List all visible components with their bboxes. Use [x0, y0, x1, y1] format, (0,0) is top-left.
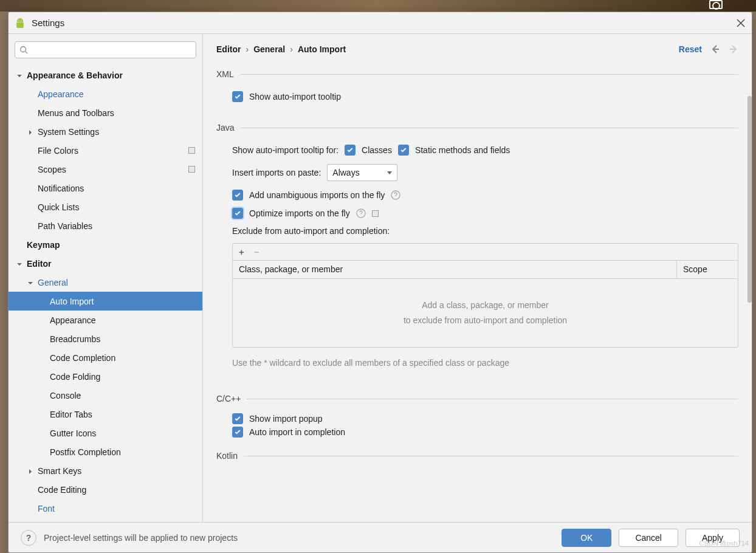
chevron-right-icon: › — [246, 44, 249, 54]
ok-button[interactable]: OK — [562, 529, 611, 547]
tree-item-code-editing[interactable]: Code Editing — [9, 480, 202, 499]
tree-item-label: Editor Tabs — [50, 410, 92, 419]
tree-item-label: Console — [50, 391, 81, 400]
section-kotlin-title: Kotlin — [216, 451, 238, 461]
exclude-empty-placeholder: Add a class, package, or member to exclu… — [233, 279, 738, 347]
label-optimize-imports: Optimize imports on the fly — [249, 208, 350, 218]
window-title: Settings — [32, 18, 64, 28]
tree-item-auto-import[interactable]: Auto Import — [9, 292, 202, 311]
tree-item-general[interactable]: General — [9, 273, 202, 292]
settings-tree[interactable]: Appearance & BehaviorAppearanceMenus and… — [9, 66, 202, 522]
watermark: CSDN @psh714 — [699, 540, 749, 547]
tree-item-label: Notifications — [38, 184, 84, 193]
chevron-down-icon — [16, 72, 23, 79]
content-header: Editor › General › Auto Import Reset — [203, 34, 752, 64]
tree-item-gutter-icons[interactable]: Gutter Icons — [9, 424, 202, 442]
tree-item-label: General — [38, 278, 68, 287]
label-static-methods: Static methods and fields — [415, 145, 510, 155]
tree-item-appearance-behavior[interactable]: Appearance & Behavior — [9, 66, 202, 84]
checkbox-add-unambiguous[interactable] — [232, 190, 243, 201]
tree-item-label: Appearance & Behavior — [27, 70, 123, 80]
tree-item-quick-lists[interactable]: Quick Lists — [9, 197, 202, 216]
tree-item-label: Code Editing — [38, 485, 86, 495]
search-icon — [19, 46, 28, 54]
tree-item-notifications[interactable]: Notifications — [9, 179, 202, 197]
column-scope: Scope — [677, 261, 738, 278]
tree-item-label: Menus and Toolbars — [38, 108, 114, 118]
chevron-right-icon — [27, 128, 34, 136]
tree-item-path-variables[interactable]: Path Variables — [9, 216, 202, 235]
section-xml-title: XML — [216, 69, 234, 79]
chevron-down-icon — [27, 279, 34, 286]
tree-item-console[interactable]: Console — [9, 386, 202, 405]
tree-item-label: Breadcrumbs — [50, 334, 100, 344]
camera-icon — [709, 0, 723, 9]
checkbox-optimize-imports[interactable] — [232, 208, 243, 219]
checkbox-auto-import-completion[interactable] — [232, 427, 243, 438]
tree-item-breadcrumbs[interactable]: Breadcrumbs — [9, 329, 202, 348]
close-icon[interactable] — [736, 18, 746, 28]
back-icon[interactable] — [710, 44, 720, 54]
svg-point-0 — [19, 20, 19, 21]
tree-item-label: File Colors — [38, 146, 78, 156]
forward-icon[interactable] — [729, 44, 738, 54]
tree-item-label: Appearance — [38, 89, 84, 99]
tree-item-keymap[interactable]: Keymap — [9, 235, 202, 254]
chevron-down-icon — [16, 260, 23, 267]
tree-item-postfix-completion[interactable]: Postfix Completion — [9, 442, 202, 461]
label-add-unambiguous: Add unambiguous imports on the fly — [249, 190, 385, 200]
tree-item-label: Path Variables — [38, 221, 92, 231]
tree-item-file-colors[interactable]: File Colors — [9, 141, 202, 160]
tree-item-font[interactable]: Font — [9, 499, 202, 518]
pin-icon — [188, 147, 195, 154]
sidebar: Appearance & BehaviorAppearanceMenus and… — [9, 34, 203, 522]
pin-icon — [372, 210, 379, 217]
tree-item-menus-and-toolbars[interactable]: Menus and Toolbars — [9, 103, 202, 122]
breadcrumb-general[interactable]: General — [253, 44, 285, 54]
checkbox-classes[interactable] — [345, 145, 356, 156]
help-icon[interactable] — [356, 208, 366, 218]
tree-item-smart-keys[interactable]: Smart Keys — [9, 461, 202, 480]
chevron-right-icon: › — [290, 44, 293, 54]
tree-item-label: Font — [38, 504, 55, 514]
breadcrumb: Editor › General › Auto Import — [216, 44, 346, 54]
content-panel: Editor › General › Auto Import Reset XML… — [203, 34, 752, 522]
reset-button[interactable]: Reset — [679, 44, 702, 54]
android-icon — [15, 18, 26, 29]
tree-item-editor[interactable]: Editor — [9, 254, 202, 273]
tree-item-label: Code Completion — [50, 353, 115, 363]
tree-item-label: Auto Import — [50, 297, 94, 306]
breadcrumb-editor[interactable]: Editor — [216, 44, 241, 54]
cancel-button[interactable]: Cancel — [619, 529, 678, 547]
label-exclude: Exclude from auto-import and completion: — [232, 226, 390, 236]
checkbox-show-auto-import-tooltip[interactable] — [232, 91, 243, 102]
remove-icon[interactable]: − — [254, 247, 259, 256]
footer-note: Project-level settings will be applied t… — [44, 533, 238, 543]
tree-item-code-folding[interactable]: Code Folding — [9, 367, 202, 386]
tree-item-label: System Settings — [38, 127, 99, 137]
background-top-bar — [0, 0, 756, 12]
select-insert-imports[interactable]: Always — [327, 164, 397, 181]
section-ccpp-title: C/C++ — [216, 394, 241, 404]
tree-item-appearance[interactable]: Appearance — [9, 84, 202, 103]
exclude-hint: Use the * wildcard to exclude all member… — [232, 356, 524, 369]
add-icon[interactable]: + — [239, 247, 244, 256]
titlebar: Settings — [9, 12, 752, 34]
label-auto-import-completion: Auto import in completion — [249, 427, 345, 437]
label-classes: Classes — [362, 145, 392, 155]
label-show-import-popup: Show import popup — [249, 414, 323, 424]
search-input[interactable] — [15, 41, 196, 58]
label-paste: Insert imports on paste: — [232, 168, 321, 177]
checkbox-static-methods[interactable] — [398, 145, 409, 156]
chevron-right-icon — [27, 467, 34, 475]
tree-item-system-settings[interactable]: System Settings — [9, 122, 202, 141]
tree-item-appearance[interactable]: Appearance — [9, 311, 202, 329]
tree-item-label: Editor — [27, 259, 51, 269]
tree-item-scopes[interactable]: Scopes — [9, 160, 202, 179]
checkbox-show-import-popup[interactable] — [232, 413, 243, 424]
label-show-auto-import-tooltip: Show auto-import tooltip — [249, 92, 341, 101]
tree-item-editor-tabs[interactable]: Editor Tabs — [9, 405, 202, 424]
tree-item-code-completion[interactable]: Code Completion — [9, 348, 202, 367]
help-icon[interactable] — [391, 190, 400, 200]
help-button[interactable]: ? — [21, 530, 36, 546]
